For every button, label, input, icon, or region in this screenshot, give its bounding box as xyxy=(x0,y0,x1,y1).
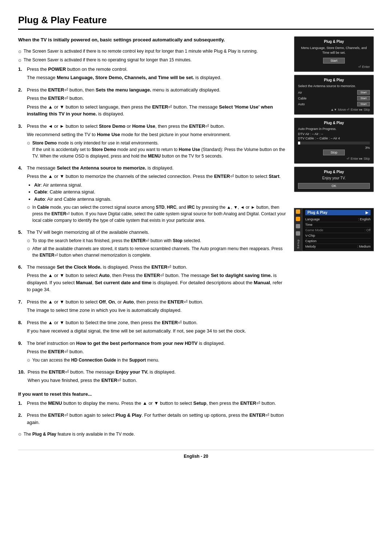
setup-row-melody: Melody : Medium xyxy=(305,244,371,249)
step-3-note-text: Store Demo mode is only intended for use… xyxy=(32,140,287,159)
page-title: Plug & Play Feature xyxy=(18,15,374,30)
steps-list: 1. Press the POWER button on the remote … xyxy=(18,66,287,386)
note-item-2: ⊙ The Screen Saver is activated if there… xyxy=(18,57,287,64)
setup-value-language: : English xyxy=(358,217,371,221)
antenna-row-auto: Auto Start xyxy=(298,102,370,106)
bullet-auto: Auto: Air and Cable antenna signals. xyxy=(34,196,287,203)
step-9: 9. The brief instruction on How to get t… xyxy=(18,340,287,365)
reset-step-1: 1. Press the MENU button to display the … xyxy=(18,400,287,408)
step-content-3: Press the ◄ or ► button to select Store … xyxy=(27,123,287,161)
tv-panel-1-subtitle: Menu Language, Store Demo, Channels, and… xyxy=(298,46,370,55)
step-1-line-2: The message Menu Language, Store Demo, C… xyxy=(27,74,287,81)
antenna-row-air: Air Start xyxy=(298,90,370,95)
tv-panel-3-footer: ⏎ Enter ⏭ Skip xyxy=(298,157,370,160)
step-3-line-1: Press the ◄ or ► button to select Store … xyxy=(27,123,287,130)
setup-row-vchip: V-Chip xyxy=(305,233,371,239)
step-num-10: 10. xyxy=(18,368,25,386)
step-9-note: ⊙ You can access the HD Connection Guide… xyxy=(27,357,287,363)
step-7-line-1: Press the ▲ or ▼ button to select Off, O… xyxy=(27,298,287,306)
progress-bar-fill xyxy=(298,142,300,144)
reset-step-num-1: 1. xyxy=(18,400,24,408)
setup-main: Plug & Play ▶ Language : English Time Ga… xyxy=(302,208,374,251)
antenna-label-auto: Auto xyxy=(298,102,305,106)
step-num-3: 3. xyxy=(18,123,24,161)
note-icon-3: ⊙ xyxy=(27,140,30,146)
step-content-2: Press the ENTER⏎ button, then Sets the m… xyxy=(27,86,287,119)
step-9-line-1: The brief instruction on How to get the … xyxy=(27,340,287,347)
page-footer: English - 20 xyxy=(18,450,374,459)
step-4-line-1: The message Select the Antenna source to… xyxy=(27,164,287,172)
reset-title: If you want to reset this feature... xyxy=(18,391,287,397)
step-10-line-2: When you have finished, press the ENTER⏎… xyxy=(28,377,287,384)
step-5-note-text-1: To stop the search before it has finishe… xyxy=(32,237,201,244)
tv-panel-2-subtitle: Select the Antenna source to memorize. xyxy=(298,84,370,88)
antenna-bullets: Air: Air antenna signal. Cable: Cable an… xyxy=(34,182,287,203)
step-num-8: 8. xyxy=(18,319,24,336)
tv-panel-4-title: Plug & Play xyxy=(298,170,370,174)
setup-value-melody: : Medium xyxy=(357,245,371,248)
footer-text: English - 20 xyxy=(184,454,208,459)
setup-row-time: Time xyxy=(305,222,371,228)
step-4: 4. The message Select the Antenna source… xyxy=(18,164,287,225)
antenna-label-cable: Cable xyxy=(298,97,307,100)
step-5-note-text-2: After all the available channels are sto… xyxy=(32,245,287,258)
spacer xyxy=(294,195,374,202)
step-4-note: ⊙ In Cable mode, you can select the corr… xyxy=(27,204,287,224)
reset-step-1-text: Press the MENU button to display the men… xyxy=(27,400,287,407)
setup-label-gamemode: Game Mode xyxy=(305,228,323,232)
progress-row-1: DTV Air : – Air : – xyxy=(298,132,370,136)
setup-label-language: Language xyxy=(305,217,320,221)
setup-row-language: Language : English xyxy=(305,217,371,222)
setup-header-marker: ▶ xyxy=(366,211,368,215)
setup-icon-1 xyxy=(296,209,300,214)
step-9-note-text: You can access the HD Connection Guide i… xyxy=(32,357,159,363)
reset-step-num-2: 2. xyxy=(18,412,24,427)
step-content-6: The message Set the Clock Mode. is displ… xyxy=(27,264,287,295)
step-2: 2. Press the ENTER⏎ button, then Sets th… xyxy=(18,86,287,119)
note-icon-4: ⊙ xyxy=(27,204,30,211)
step-6-line-2: Press the ▲ or ▼ button to select Auto, … xyxy=(27,272,287,293)
setup-icon-4 xyxy=(296,231,300,236)
tv-panel-1-btn: Start xyxy=(323,58,345,64)
step-3-note: ⊙ Store Demo mode is only intended for u… xyxy=(27,140,287,159)
setup-label-caption: Caption xyxy=(305,239,317,243)
tv-panel-2: Plug & Play Select the Antenna source to… xyxy=(294,75,374,115)
antenna-btn-air: Start xyxy=(357,90,370,95)
note-text-2: The Screen Saver is activated if there i… xyxy=(24,57,192,63)
step-num-9: 9. xyxy=(18,340,24,365)
setup-row-caption: Caption xyxy=(305,239,371,244)
step-content-4: The message Select the Antenna source to… xyxy=(27,164,287,225)
reset-note: ⊙ The Plug & Play feature is only availa… xyxy=(18,431,287,437)
progress-row-2: DTV Cable : – Cable : – Air 4 xyxy=(298,136,370,140)
antenna-label-air: Air xyxy=(298,91,302,94)
setup-sidebar: Setup xyxy=(294,208,302,251)
note-icon-1: ⊙ xyxy=(18,49,21,55)
step-10-line-1: Press the ENTER⏎ button. The message Enj… xyxy=(28,368,287,376)
note-icon-5b: ⊙ xyxy=(27,246,30,252)
intro-bold: When the TV is initially powered on, bas… xyxy=(18,36,287,44)
reset-step-2: 2. Press the ENTER⏎ button again to sele… xyxy=(18,412,287,427)
step-4-note-text: In Cable mode, you can select the correc… xyxy=(32,204,287,224)
reset-note-text: The Plug & Play feature is only availabl… xyxy=(24,431,135,437)
progress-bar-container xyxy=(298,142,370,144)
step-7-line-2: The image to select time zone in which y… xyxy=(27,307,287,314)
step-8: 8. Press the ▲ or ▼ button to Select the… xyxy=(18,319,287,336)
step-9-line-2: Press the ENTER⏎ button. xyxy=(27,348,287,355)
setup-icon-3 xyxy=(296,224,300,228)
tv-panel-4: Plug & Play Enjoy your TV. OK xyxy=(294,167,374,192)
step-5: 5. The TV will begin memorizing all of t… xyxy=(18,229,287,260)
step-content-8: Press the ▲ or ▼ button to Select the ti… xyxy=(27,319,287,336)
step-3: 3. Press the ◄ or ► button to select Sto… xyxy=(18,123,287,161)
note-icon-9: ⊙ xyxy=(27,357,30,363)
step-num-6: 6. xyxy=(18,264,24,295)
step-2-line-2: Press the ENTER⏎ button. xyxy=(27,95,287,102)
setup-label-time: Time xyxy=(305,223,313,227)
enjoy-text: Enjoy your TV. xyxy=(298,176,370,180)
step-num-4: 4. xyxy=(18,164,24,225)
bullet-air: Air: Air antenna signal. xyxy=(34,182,287,189)
tv-panel-1-footer: ⏎ Enter xyxy=(298,65,370,69)
step-6: 6. The message Set the Clock Mode. is di… xyxy=(18,264,287,295)
right-panels: Plug & Play Menu Language, Store Demo, C… xyxy=(294,36,374,251)
step-1-line-1: Press the POWER button on the remote con… xyxy=(27,66,287,73)
note-icon-5a: ⊙ xyxy=(27,238,30,244)
